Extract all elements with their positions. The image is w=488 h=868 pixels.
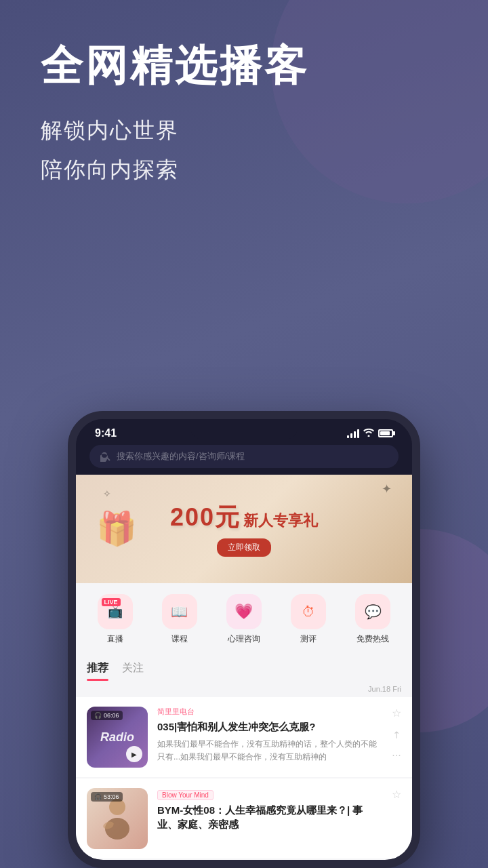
duration-text-2: 53:06	[104, 793, 119, 800]
podcast-title-1[interactable]: 035|害怕和别人发生冲突怎么克服?	[157, 719, 382, 734]
date-badge: Jun.18 Fri	[76, 681, 412, 697]
podcast-card-1: 🎧 06:06 Radio ▶ 简里里电台 035|害怕和别人发生冲突怎么克服?…	[76, 697, 412, 777]
phone-mockup: 9:41	[68, 411, 420, 868]
share-icon-1[interactable]: ↗	[390, 728, 403, 741]
battery-icon	[378, 429, 393, 437]
phone-content-area: 200元 新人专享礼 立即领取 ✦ ✧ 🎁 📺 LIVE 直播	[76, 475, 412, 860]
consult-icon-symbol: 💗	[235, 603, 253, 620]
headphone-icon-2: 🎧	[94, 793, 102, 800]
category-hotline-icon: 💬	[355, 594, 390, 629]
category-consult[interactable]: 💗 心理咨询	[226, 594, 262, 645]
banner-content: 200元 新人专享礼 立即领取	[170, 501, 318, 557]
categories-grid: 📺 LIVE 直播 📖 课程 💗 心理咨询	[76, 583, 412, 656]
live-badge: LIVE	[102, 598, 121, 606]
phone-notch	[190, 419, 298, 439]
wifi-icon	[363, 429, 374, 439]
podcast-info-2: Blow Your Mind BYM-女性08：人生幸福感究竟从哪里来？| 事业…	[157, 788, 382, 835]
podcast-card-2: 🎧 53:06 Blow Your Mind BYM-女性08：人生幸福感究竟从…	[76, 778, 412, 859]
tab-recommend[interactable]: 推荐	[87, 658, 108, 681]
status-time: 9:41	[95, 427, 117, 439]
duration-badge-1: 🎧 06:06	[91, 711, 123, 720]
banner-deco-1: ✦	[382, 481, 392, 496]
category-consult-label: 心理咨询	[228, 633, 260, 645]
category-live-icon: 📺 LIVE	[98, 594, 133, 629]
banner-main-text: 200元	[170, 501, 241, 534]
category-course-label: 课程	[171, 633, 188, 645]
app-title: 全网精选播客	[41, 41, 447, 91]
subtitle-line1: 解锁内心世界	[41, 111, 447, 151]
subtitle-line2: 陪你向内探索	[41, 151, 447, 190]
podcast-desc-1: 如果我们最早不能合作，没有互助精神的话，整个人类的不能只有...如果我们最早不能…	[157, 738, 382, 764]
banner-button[interactable]: 立即领取	[217, 538, 271, 557]
eval-icon-symbol: ⏱	[302, 604, 315, 620]
category-eval-label: 测评	[300, 633, 317, 645]
category-consult-icon: 💗	[226, 594, 262, 629]
person-illustration	[94, 795, 141, 842]
hotline-icon-symbol: 💬	[365, 604, 382, 620]
podcast-actions-1: ☆ ↗ ···	[392, 707, 401, 762]
category-eval[interactable]: ⏱ 测评	[291, 594, 326, 645]
tab-follow[interactable]: 关注	[122, 658, 144, 681]
duration-badge-2: 🎧 53:06	[91, 792, 123, 802]
phone-frame: 9:41	[68, 411, 420, 868]
banner-sub-text: 新人专享礼	[243, 511, 318, 531]
category-hotline[interactable]: 💬 免费热线	[355, 594, 390, 645]
search-icon	[100, 451, 111, 462]
play-button-1[interactable]: ▶	[126, 746, 142, 762]
podcast-actions-2: ☆	[392, 788, 401, 801]
content-tabs: 推荐 关注	[76, 656, 412, 681]
category-hotline-label: 免费热线	[357, 633, 389, 645]
search-bar[interactable]: 搜索你感兴趣的内容/咨询师/课程	[89, 445, 399, 468]
category-live[interactable]: 📺 LIVE 直播	[98, 594, 133, 645]
channel-tag-2: Blow Your Mind	[157, 790, 214, 800]
search-placeholder-text: 搜索你感兴趣的内容/咨询师/课程	[117, 450, 245, 462]
live-icon-symbol: 📺	[108, 604, 123, 619]
radio-text: Radio	[100, 730, 134, 745]
podcast-info-1: 简里里电台 035|害怕和别人发生冲突怎么克服? 如果我们最早不能合作，没有互助…	[157, 707, 382, 764]
star-icon-2[interactable]: ☆	[392, 788, 401, 801]
star-icon-1[interactable]: ☆	[392, 707, 401, 719]
hero-subtitle: 解锁内心世界 陪你向内探索	[41, 111, 447, 189]
category-live-label: 直播	[107, 633, 123, 645]
status-icons	[347, 429, 393, 439]
podcast-thumbnail-1[interactable]: 🎧 06:06 Radio ▶	[87, 707, 148, 768]
banner-decoration: 🎁	[89, 475, 144, 583]
duration-text-1: 06:06	[104, 712, 119, 719]
category-eval-icon: ⏱	[291, 594, 326, 629]
signal-icon	[347, 429, 359, 438]
headphone-icon: 🎧	[94, 712, 102, 719]
podcast-thumbnail-2[interactable]: 🎧 53:06	[87, 788, 148, 849]
category-course[interactable]: 📖 课程	[162, 594, 197, 645]
podcast-channel-1: 简里里电台	[157, 707, 382, 717]
category-course-icon: 📖	[162, 594, 197, 629]
banner[interactable]: 200元 新人专享礼 立即领取 ✦ ✧ 🎁	[76, 475, 412, 583]
course-icon-symbol: 📖	[171, 604, 188, 620]
more-icon-1[interactable]: ···	[392, 749, 401, 762]
podcast-title-2[interactable]: BYM-女性08：人生幸福感究竟从哪里来？| 事业、家庭、亲密感	[157, 803, 382, 831]
hero-section: 全网精选播客 解锁内心世界 陪你向内探索	[0, 0, 488, 210]
